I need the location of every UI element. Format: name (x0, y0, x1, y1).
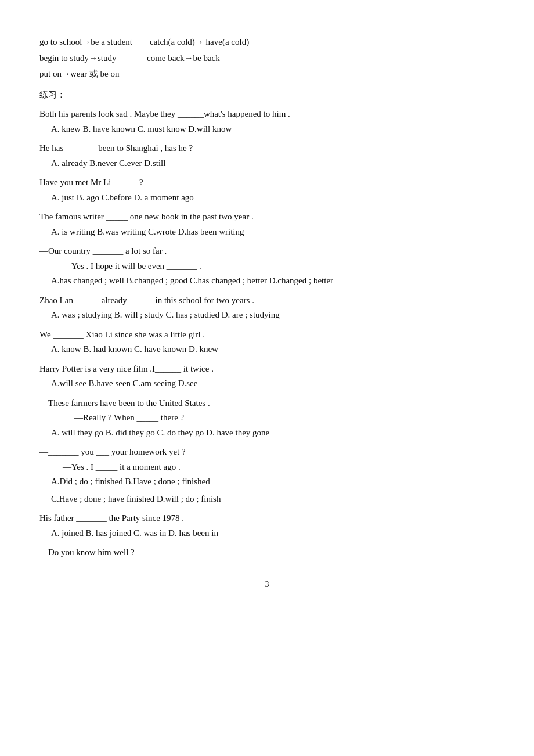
question-7-text: We _______ Xiao Li since she was a littl… (39, 327, 495, 343)
question-5: —Our country _______ a lot so far . —Yes… (39, 244, 495, 289)
header-line-2: begin to study→study come back→be back (39, 51, 495, 66)
question-2-text: He has _______ been to Shanghai , has he… (39, 141, 495, 156)
question-6-text: Zhao Lan ______already ______in this sch… (39, 293, 495, 308)
question-11-text: His father _______ the Party since 1978 … (39, 511, 495, 526)
worksheet-content: go to school→be a student catch(a cold)→… (39, 35, 495, 560)
question-10-subtext: —Yes . I _____ it a moment ago . (63, 460, 495, 475)
question-10: —_______ you ___ your homework yet ? —Ye… (39, 445, 495, 506)
question-5-options: A.has changed ; well B.changed ; good C.… (51, 273, 495, 289)
question-3-options: A. just B. ago C.before D. a moment ago (51, 190, 495, 206)
question-1-text: Both his parents look sad . Maybe they _… (39, 107, 495, 122)
question-12: —Do you know him well ? (39, 545, 495, 560)
question-2: He has _______ been to Shanghai , has he… (39, 141, 495, 171)
question-3-text: Have you met Mr Li ______? (39, 175, 495, 190)
page-number: 3 (39, 578, 495, 592)
question-9-text: —These farmers have been to the United S… (39, 396, 495, 411)
question-8: Harry Potter is a very nice film .I_____… (39, 362, 495, 391)
question-1: Both his parents look sad . Maybe they _… (39, 107, 495, 136)
question-9: —These farmers have been to the United S… (39, 396, 495, 441)
question-6: Zhao Lan ______already ______in this sch… (39, 293, 495, 323)
question-1-options: A. knew B. have known C. must know D.wil… (51, 122, 495, 137)
question-11: His father _______ the Party since 1978 … (39, 511, 495, 541)
header-line-3: put on→wear 或 be on (39, 67, 495, 82)
header-section: go to school→be a student catch(a cold)→… (39, 35, 495, 82)
question-6-options: A. was ; studying B. will ; study C. has… (51, 308, 495, 323)
question-7-options: A. know B. had known C. have known D. kn… (51, 342, 495, 357)
question-5-subtext: —Yes . I hope it will be even _______ . (63, 259, 495, 274)
question-5-text: —Our country _______ a lot so far . (39, 244, 495, 259)
header-line-1: go to school→be a student catch(a cold)→… (39, 35, 495, 50)
question-9-subtext: —Really ? When _____ there ? (74, 411, 495, 426)
section-label: 练习： (39, 88, 495, 103)
question-11-options: A. joined B. has joined C. was in D. has… (51, 526, 495, 541)
question-8-options: A.will see B.have seen C.am seeing D.see (51, 376, 495, 391)
question-4-options: A. is writing B.was writing C.wrote D.ha… (51, 225, 495, 240)
question-8-text: Harry Potter is a very nice film .I_____… (39, 362, 495, 377)
question-10-options1: A.Did ; do ; finished B.Have ; done ; fi… (51, 474, 495, 489)
question-10-text: —_______ you ___ your homework yet ? (39, 445, 495, 460)
question-7: We _______ Xiao Li since she was a littl… (39, 327, 495, 357)
question-3: Have you met Mr Li ______? A. just B. ag… (39, 175, 495, 205)
question-12-text: —Do you know him well ? (39, 545, 495, 560)
question-10-options2: C.Have ; done ; have finished D.will ; d… (51, 492, 495, 507)
section-title: 练习： (39, 90, 66, 99)
question-4-text: The famous writer _____ one new book in … (39, 210, 495, 225)
question-9-options: A. will they go B. did they go C. do the… (51, 426, 495, 441)
question-4: The famous writer _____ one new book in … (39, 210, 495, 239)
question-2-options: A. already B.never C.ever D.still (51, 156, 495, 171)
